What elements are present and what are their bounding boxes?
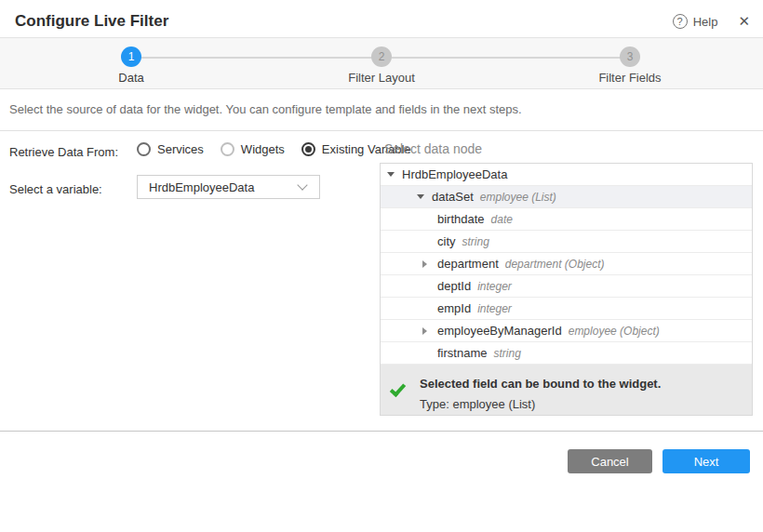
step-data[interactable]: 1 Data — [75, 47, 187, 85]
step-3-circle: 3 — [620, 47, 640, 67]
retrieve-data-from-label: Retrieve Data From: — [9, 145, 118, 159]
radio-existing-variable-circle — [301, 142, 315, 156]
page-title: Configure Live Filter — [15, 12, 168, 31]
variable-select-value: HrdbEmployeeData — [149, 180, 299, 194]
check-icon — [390, 380, 406, 397]
help-icon: ? — [673, 14, 688, 29]
description-text: Select the source of data for the widget… — [9, 102, 522, 116]
close-icon[interactable]: ✕ — [738, 13, 750, 30]
caret-expanded-icon[interactable] — [417, 194, 432, 199]
step-1-circle: 1 — [121, 47, 141, 67]
caret-collapsed-icon[interactable] — [422, 260, 437, 268]
select-variable-label: Select a variable: — [9, 182, 102, 196]
data-node-tree: HrdbEmployeeData dataSet employee (List)… — [380, 163, 753, 416]
step-filter-fields[interactable]: 3 Filter Fields — [574, 47, 686, 85]
tree-row-deptid[interactable]: deptId integer — [381, 275, 752, 298]
cancel-button[interactable]: Cancel — [568, 449, 652, 473]
node-type: employee (Object) — [569, 325, 660, 338]
node-type: integer — [477, 280, 512, 293]
node-type: integer — [477, 302, 512, 315]
tree-row-department[interactable]: department department (Object) — [381, 253, 752, 275]
tree-row-birthdate[interactable]: birthdate date — [381, 208, 752, 231]
node-name: employeeByManagerId — [437, 324, 562, 338]
status-type-info: Type: employee (List) — [420, 397, 535, 411]
variable-select[interactable]: HrdbEmployeeData — [137, 175, 320, 199]
caret-expanded-icon[interactable] — [387, 172, 402, 177]
dialog-header: Configure Live Filter ? Help ✕ — [0, 0, 763, 38]
node-name: city — [437, 234, 456, 248]
node-name: deptId — [437, 279, 471, 293]
help-button[interactable]: ? Help — [673, 14, 718, 29]
caret-collapsed-icon[interactable] — [422, 327, 437, 335]
footer-divider — [0, 431, 763, 432]
node-name: HrdbEmployeeData — [402, 167, 507, 181]
tree-row-firstname[interactable]: firstname string — [381, 342, 752, 365]
tree-row-dataset[interactable]: dataSet employee (List) — [381, 186, 752, 208]
select-data-node-header: Select data node — [384, 141, 482, 156]
radio-widgets-label: Widgets — [241, 142, 285, 156]
node-name: dataSet — [432, 190, 474, 204]
node-type: string — [462, 235, 489, 248]
node-name: birthdate — [437, 212, 485, 226]
selection-status-band: Selected field can be bound to the widge… — [381, 365, 752, 415]
status-message: Selected field can be bound to the widge… — [420, 377, 661, 391]
radio-widgets-circle — [221, 142, 234, 156]
node-type: date — [491, 213, 513, 226]
tree-row-city[interactable]: city string — [381, 231, 752, 253]
wizard-stepper: 1 Data 2 Filter Layout 3 Filter Fields — [0, 38, 763, 89]
tree-row-employeebymanagerid[interactable]: employeeByManagerId employee (Object) — [381, 320, 752, 342]
step-filter-layout[interactable]: 2 Filter Layout — [326, 47, 437, 85]
tree-row-hrdbemployeedata[interactable]: HrdbEmployeeData — [381, 164, 752, 186]
configure-live-filter-dialog: Configure Live Filter ? Help ✕ 1 Data 2 … — [0, 0, 763, 532]
radio-services[interactable]: Services — [137, 142, 204, 156]
radio-services-circle — [137, 142, 151, 156]
node-name: firstname — [437, 346, 487, 360]
node-type: employee (List) — [480, 191, 556, 204]
node-name: department — [437, 257, 499, 271]
step-2-circle: 2 — [371, 47, 392, 67]
step-3-label: Filter Fields — [574, 71, 686, 85]
step-1-label: Data — [75, 71, 187, 85]
node-type: department (Object) — [505, 258, 605, 271]
next-button[interactable]: Next — [663, 449, 750, 473]
node-type: string — [493, 347, 520, 360]
description-band: Select the source of data for the widget… — [0, 89, 763, 131]
radio-services-label: Services — [157, 142, 204, 156]
retrieve-source-radio-group: Services Widgets Existing Variable — [137, 142, 411, 156]
tree-row-empid[interactable]: empId integer — [381, 298, 752, 320]
chevron-down-icon — [297, 180, 307, 190]
help-label: Help — [693, 15, 718, 29]
node-name: empId — [437, 301, 471, 315]
step-2-label: Filter Layout — [326, 71, 437, 85]
radio-widgets[interactable]: Widgets — [221, 142, 285, 156]
